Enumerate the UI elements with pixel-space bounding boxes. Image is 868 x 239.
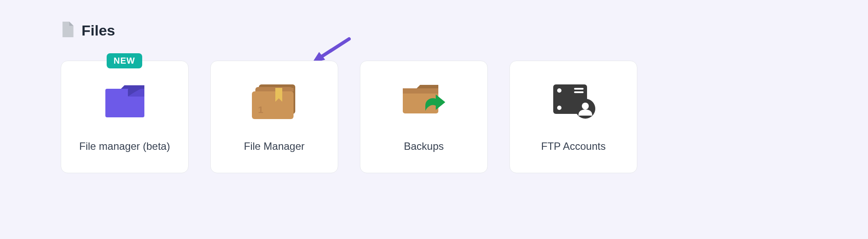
- folder-backup-icon: [400, 82, 448, 121]
- new-badge: NEW: [107, 53, 142, 68]
- section-header: Files: [61, 22, 807, 39]
- card-label: FTP Accounts: [541, 140, 606, 152]
- svg-point-18: [582, 103, 589, 110]
- folder-purple-icon: [103, 82, 147, 121]
- svg-point-13: [557, 88, 561, 93]
- card-label: File Manager: [244, 140, 304, 152]
- card-file-manager-beta[interactable]: NEW File manager (beta): [61, 61, 189, 173]
- ftp-accounts-icon: [550, 82, 597, 121]
- card-ftp-accounts[interactable]: FTP Accounts: [509, 61, 637, 173]
- svg-line-0: [319, 39, 349, 58]
- svg-text:1: 1: [258, 104, 263, 115]
- folder-brown-icon: 1: [250, 82, 299, 121]
- svg-rect-15: [574, 91, 584, 93]
- svg-rect-11: [403, 88, 438, 94]
- svg-point-16: [557, 106, 561, 110]
- card-label: File manager (beta): [79, 140, 170, 152]
- card-backups[interactable]: Backups: [360, 61, 488, 173]
- file-icon: [61, 22, 74, 39]
- card-label: Backups: [404, 140, 444, 152]
- svg-rect-14: [574, 88, 584, 90]
- section-title: Files: [82, 22, 115, 39]
- card-file-manager[interactable]: 1 File Manager: [210, 61, 338, 173]
- cards-row: NEW File manager (beta) 1 File Manag: [61, 61, 807, 173]
